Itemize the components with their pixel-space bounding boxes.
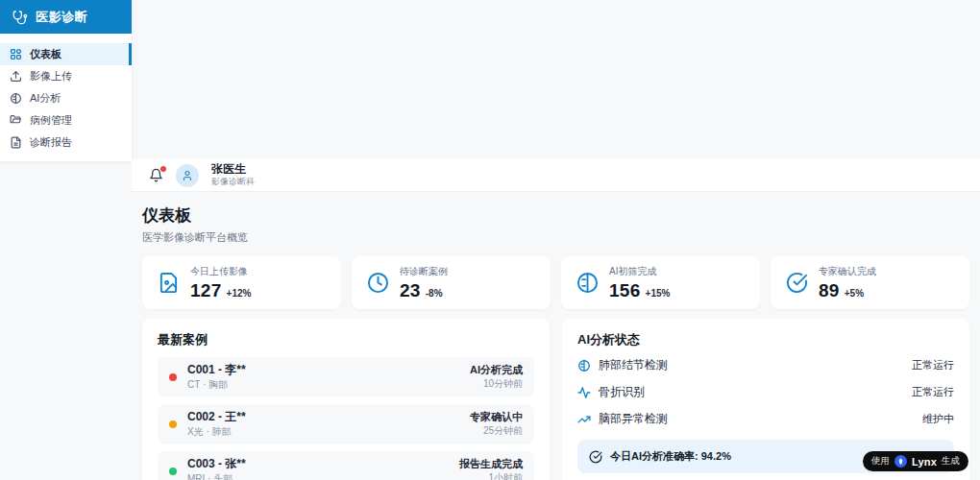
stat-change: +15% bbox=[646, 288, 671, 299]
ai-row-status: 维护中 bbox=[922, 412, 954, 426]
sidebar-item-cases[interactable]: 病例管理 bbox=[0, 109, 132, 132]
badge-brand: Lynx bbox=[912, 456, 937, 468]
stat-card-pending: 待诊断案例 23 -8% bbox=[352, 256, 551, 309]
ai-row-status: 正常运行 bbox=[912, 358, 954, 372]
badge-prefix: 使用 bbox=[871, 455, 890, 468]
main-area: 张医生 影像诊断科 仪表板 医学影像诊断平台概览 今日上传影像 127 +12% bbox=[132, 0, 980, 480]
case-time: 10分钟前 bbox=[470, 377, 523, 391]
folder-icon bbox=[10, 114, 22, 127]
status-dot bbox=[169, 373, 177, 381]
sidebar-item-reports[interactable]: 诊断报告 bbox=[0, 132, 132, 154]
sidebar-item-label: 影像上传 bbox=[30, 69, 72, 84]
ai-status-title: AI分析状态 bbox=[577, 331, 954, 348]
case-id: C002 - 王** bbox=[187, 410, 246, 424]
stat-value: 156 bbox=[609, 280, 641, 301]
sidebar-item-label: 仪表板 bbox=[30, 47, 61, 61]
stat-label: 待诊断案例 bbox=[400, 265, 448, 278]
stat-cards: 今日上传影像 127 +12% 待诊断案例 23 bbox=[142, 256, 969, 309]
sidebar-item-label: AI分析 bbox=[30, 91, 61, 106]
topbar: 张医生 影像诊断科 bbox=[132, 159, 980, 192]
badge-suffix: 生成 bbox=[942, 455, 960, 468]
ai-status-row: 肺部结节检测 正常运行 bbox=[577, 357, 954, 373]
case-row[interactable]: C003 - 张** MRI · 头部 报告生成完成 1小时前 bbox=[158, 451, 534, 480]
case-row[interactable]: C001 - 李** CT · 胸部 AI分析完成 10分钟前 bbox=[158, 357, 534, 397]
sidebar-item-dashboard[interactable]: 仪表板 bbox=[0, 43, 132, 65]
top-spacer bbox=[132, 0, 980, 159]
sidebar-item-label: 病例管理 bbox=[30, 113, 72, 128]
user-name: 张医生 bbox=[211, 163, 255, 177]
report-icon bbox=[10, 136, 22, 149]
case-time: 1小时前 bbox=[459, 471, 523, 480]
page-subtitle: 医学影像诊断平台概览 bbox=[142, 230, 969, 245]
sidebar-item-upload[interactable]: 影像上传 bbox=[0, 65, 132, 87]
unread-dot bbox=[160, 166, 166, 172]
page-title: 仪表板 bbox=[142, 204, 969, 227]
stat-value: 23 bbox=[400, 280, 421, 301]
case-main: C003 - 张** MRI · 头部 bbox=[187, 457, 246, 480]
panels: 最新案例 C001 - 李** CT · 胸部 AI分析完成 10分钟前 bbox=[142, 319, 969, 480]
stat-value: 89 bbox=[819, 280, 840, 301]
latest-cases-panel: 最新案例 C001 - 李** CT · 胸部 AI分析完成 10分钟前 bbox=[142, 319, 550, 480]
stat-texts: 专家确认完成 89 +5% bbox=[819, 265, 876, 301]
content: 仪表板 医学影像诊断平台概览 今日上传影像 127 +12% bbox=[132, 192, 980, 480]
user-avatar[interactable] bbox=[176, 164, 199, 187]
case-row[interactable]: C002 - 王** X光 · 肺部 专家确认中 25分钟前 bbox=[158, 404, 534, 444]
case-id: C003 - 张** bbox=[187, 457, 246, 471]
sidebar-item-label: 诊断报告 bbox=[30, 135, 72, 150]
case-main: C001 - 李** CT · 胸部 bbox=[187, 363, 246, 392]
sidebar-menu: 仪表板 影像上传 AI分析 病例管理 bbox=[0, 34, 132, 154]
case-status: AI分析完成 bbox=[470, 364, 523, 377]
pulse-icon bbox=[577, 386, 591, 399]
stat-texts: 今日上传影像 127 +12% bbox=[190, 265, 251, 301]
check-circle-icon bbox=[786, 272, 808, 294]
ai-row-label: 骨折识别 bbox=[599, 384, 645, 400]
brand-title: 医影诊断 bbox=[36, 9, 87, 26]
status-dot bbox=[169, 468, 177, 475]
lynx-logo-icon bbox=[894, 455, 907, 468]
case-detail: MRI · 头部 bbox=[187, 472, 246, 480]
status-dot bbox=[169, 420, 177, 428]
stat-change: +12% bbox=[227, 288, 252, 299]
stat-change: +5% bbox=[845, 288, 864, 299]
sidebar-item-ai-analysis[interactable]: AI分析 bbox=[0, 87, 132, 109]
case-detail: CT · 胸部 bbox=[187, 378, 246, 392]
user-info: 张医生 影像诊断科 bbox=[211, 163, 255, 187]
stat-label: 今日上传影像 bbox=[190, 265, 251, 278]
stat-texts: 待诊断案例 23 -8% bbox=[400, 265, 448, 301]
stat-value: 127 bbox=[190, 280, 222, 301]
ai-row-label: 脑部异常检测 bbox=[599, 411, 668, 427]
case-main: C002 - 王** X光 · 肺部 bbox=[187, 410, 246, 439]
case-right: 专家确认中 25分钟前 bbox=[470, 411, 523, 439]
ai-row-status: 正常运行 bbox=[912, 385, 954, 399]
clock-icon bbox=[367, 272, 389, 294]
stethoscope-icon bbox=[12, 10, 28, 25]
image-file-icon bbox=[158, 272, 180, 294]
check-circle-icon bbox=[589, 450, 602, 464]
case-time: 25分钟前 bbox=[470, 424, 523, 438]
stat-texts: AI初筛完成 156 +15% bbox=[609, 265, 670, 301]
stat-label: AI初筛完成 bbox=[609, 265, 670, 278]
trend-up-icon bbox=[577, 413, 591, 426]
stat-card-confirmed: 专家确认完成 89 +5% bbox=[771, 256, 969, 309]
case-right: 报告生成完成 1小时前 bbox=[459, 458, 523, 480]
ai-analysis-icon bbox=[10, 92, 22, 105]
user-icon bbox=[182, 170, 193, 181]
stat-change: -8% bbox=[426, 288, 443, 299]
ai-scan-icon bbox=[576, 272, 599, 294]
notification-bell-button[interactable] bbox=[149, 168, 163, 182]
ai-row-label: 肺部结节检测 bbox=[599, 357, 668, 373]
accuracy-text: 今日AI分析准确率: 94.2% bbox=[610, 449, 731, 464]
case-right: AI分析完成 10分钟前 bbox=[470, 364, 523, 392]
upload-icon bbox=[10, 70, 22, 83]
lynx-generated-badge[interactable]: 使用 Lynx 生成 bbox=[863, 451, 968, 471]
sidebar: 医影诊断 仪表板 影像上传 bbox=[0, 0, 132, 161]
ai-status-row: 脑部异常检测 维护中 bbox=[577, 411, 954, 427]
case-status: 专家确认中 bbox=[470, 411, 523, 424]
dashboard-grid-icon bbox=[10, 48, 22, 60]
lung-detection-icon bbox=[577, 359, 591, 372]
stat-card-uploads: 今日上传影像 127 +12% bbox=[142, 256, 341, 309]
user-department: 影像诊断科 bbox=[211, 177, 255, 187]
stat-card-ai-screened: AI初筛完成 156 +15% bbox=[561, 256, 760, 309]
case-status: 报告生成完成 bbox=[459, 458, 523, 471]
case-id: C001 - 李** bbox=[187, 363, 246, 377]
